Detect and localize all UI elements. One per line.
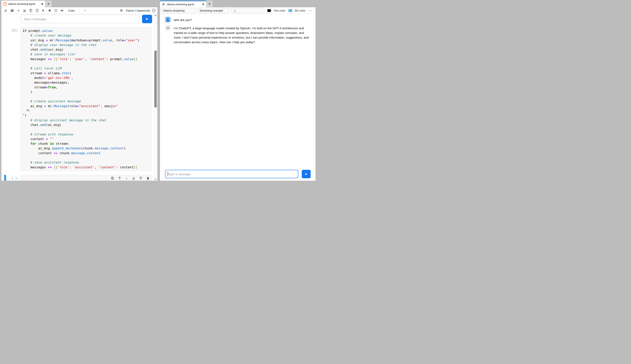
widget-send-button[interactable]: [142, 15, 152, 23]
empty-cell-editor[interactable]: [21, 175, 152, 181]
code-line: # call local LLM: [23, 66, 150, 71]
insert-cell-button[interactable]: [15, 8, 22, 13]
code-token: value: [42, 29, 52, 33]
paste-cells-button[interactable]: [34, 8, 40, 13]
code-token: chunk.: [58, 151, 71, 155]
code-token: =: [114, 104, 116, 108]
cell-execution-prompt: [6]:: [2, 27, 21, 171]
code-token: [23, 142, 31, 146]
code-cell[interactable]: [6]: if prompt.value: # create user mess…: [2, 27, 154, 171]
chat-send-button[interactable]: [302, 170, 311, 178]
code-token: ): [137, 38, 139, 42]
code-token: prompt.: [89, 38, 102, 42]
debugger-bug-icon[interactable]: [118, 8, 125, 13]
cell-type-select[interactable]: Code: [67, 8, 88, 13]
code-token: stream: [23, 86, 46, 89]
tab-title: ollama-streaming.ipynb: [167, 3, 194, 6]
widget-message-input[interactable]: [21, 15, 140, 23]
code-token: =: [44, 104, 46, 108]
code-line: [23, 61, 150, 66]
insert-cell-below-button[interactable]: [139, 176, 143, 180]
empty-cell-prompt: [ ]:: [2, 175, 21, 181]
app-title-field[interactable]: [161, 8, 195, 13]
code-token: , emoji: [100, 104, 114, 108]
code-token: ai_msg: [23, 104, 44, 108]
code-token: chat.: [23, 48, 40, 52]
code-token: Message: [56, 38, 69, 42]
code-token: # display user message in the chat: [23, 43, 97, 47]
code-token: 'user': [73, 57, 85, 61]
send-arrow-icon: [145, 18, 149, 20]
code-token: (usr_msg): [46, 48, 64, 52]
bg-color-swatch[interactable]: [288, 8, 293, 13]
code-token: append_markdown: [52, 146, 81, 150]
code-token: True: [48, 86, 56, 89]
code-token: =: [77, 104, 79, 108]
code-line: ): [23, 90, 150, 94]
code-token: "user": [126, 38, 138, 42]
code-line: messages=messages,: [23, 80, 150, 85]
unsaved-changes-dot[interactable]: [202, 4, 204, 5]
code-token: [{: [54, 165, 58, 169]
new-tab-button[interactable]: +: [206, 0, 213, 7]
chat-message-input[interactable]: [165, 170, 298, 178]
code-token: +=: [48, 165, 52, 169]
code-line: stream=True,: [23, 85, 150, 90]
run-cell-button[interactable]: [40, 8, 47, 13]
restart-run-all-button[interactable]: [59, 8, 65, 13]
more-options-button[interactable]: ⋯: [307, 8, 313, 13]
duplicate-cell-button[interactable]: [111, 176, 115, 180]
code-token: mr.: [48, 38, 56, 42]
kernel-status-indicator[interactable]: [152, 9, 155, 12]
code-cell-editor[interactable]: if prompt.value: # create user message u…: [21, 27, 152, 171]
app-emoji-field[interactable]: [231, 8, 264, 13]
code-token: ,: [56, 86, 58, 89]
interrupt-kernel-button[interactable]: [47, 8, 53, 13]
scroll-up-arrow[interactable]: [154, 14, 157, 17]
code-token: ): [23, 90, 32, 94]
robot-icon: [166, 26, 170, 30]
code-line: chat.add(usr_msg): [23, 47, 150, 52]
code-token: value: [102, 38, 112, 42]
scroll-down-arrow[interactable]: [154, 178, 157, 181]
code-token: mr.: [46, 104, 54, 108]
cut-cells-button[interactable]: [22, 8, 28, 13]
code-token: ": [23, 114, 25, 117]
restart-kernel-button[interactable]: [53, 8, 59, 13]
notebook-scroll-region: [6]: if prompt.value: # create user mess…: [2, 14, 154, 181]
text-color-swatch[interactable]: [267, 8, 272, 13]
chevron-down-icon: [84, 9, 86, 12]
vertical-scrollbar[interactable]: [154, 14, 157, 181]
code-token: content: [23, 151, 54, 155]
assistant-avatar: [165, 25, 171, 31]
code-token: =: [46, 38, 48, 42]
insert-cell-above-button[interactable]: [132, 176, 136, 180]
code-token: usr_msg: [23, 38, 46, 42]
code-line: [23, 94, 150, 99]
code-line: stream = ollama.chat(: [23, 71, 150, 76]
delete-cell-button[interactable]: [146, 176, 150, 180]
code-token: ollama.: [46, 71, 62, 75]
move-cell-up-button[interactable]: [118, 176, 122, 180]
code-token: ,: [71, 76, 73, 80]
empty-cell-row[interactable]: [ ]:: [2, 175, 154, 181]
new-tab-button[interactable]: +: [45, 0, 52, 7]
copy-cells-button[interactable]: [28, 8, 34, 13]
notebook-content: [6]: if prompt.value: # create user mess…: [2, 14, 157, 181]
code-token: "assistant": [79, 104, 100, 108]
code-token: [{: [54, 57, 58, 61]
code-token: :: [69, 57, 73, 61]
code-token: ): [124, 146, 126, 150]
mercury-button[interactable]: [3, 8, 9, 13]
tab-notebook-right[interactable]: ollama-streaming.ipynb: [160, 0, 206, 7]
code-token: , role: [112, 38, 124, 42]
app-description-field[interactable]: [197, 8, 229, 13]
scrollbar-thumb[interactable]: [154, 50, 157, 108]
code-token: add: [40, 123, 46, 127]
move-cell-down-button[interactable]: [125, 176, 129, 180]
bg-color-value: [289, 9, 292, 12]
unsaved-changes-dot[interactable]: [42, 3, 43, 5]
save-button[interactable]: [9, 8, 15, 13]
tab-notebook-left[interactable]: ollama-streaming.ipynb: [2, 0, 45, 7]
code-line: # display user message in the chat: [23, 42, 150, 47]
